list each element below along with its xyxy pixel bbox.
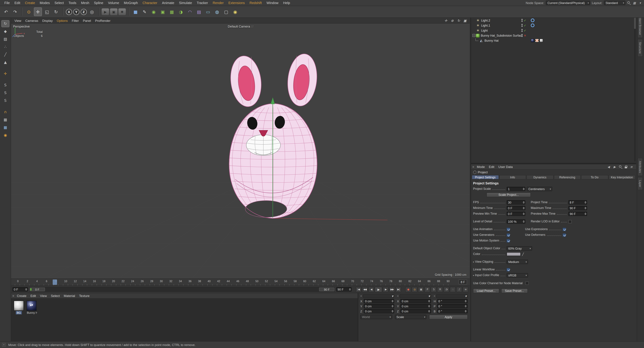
redo-button[interactable]: ↷ — [11, 8, 19, 16]
menu-item[interactable]: Window — [264, 1, 281, 5]
move-tool[interactable]: ✛ — [34, 8, 42, 16]
rotation-mode-dropdown[interactable]: ▾ — [436, 294, 468, 298]
scrollbar[interactable] — [634, 13, 636, 161]
enabled-check-icon[interactable]: ✓ — [524, 29, 526, 32]
menu-item[interactable]: Select — [52, 1, 66, 5]
panel-grip-icon[interactable]: ≡ — [434, 295, 435, 298]
menu-item[interactable]: Edit — [12, 1, 22, 5]
menu-item[interactable]: Mode — [475, 165, 487, 169]
attribute-tab[interactable]: Info — [499, 175, 526, 179]
material-tag[interactable] — [531, 39, 534, 42]
view-clipping-dropdown[interactable]: Medium▾ — [506, 260, 528, 264]
menu-item[interactable]: Select — [49, 294, 62, 298]
menu-item[interactable]: Panel — [81, 19, 93, 22]
panel-grip-icon[interactable]: ≡ — [12, 294, 14, 297]
add-cube-button[interactable]: ■ — [132, 8, 140, 16]
enable-axis-button[interactable]: ✛ — [1, 70, 10, 77]
size-z-field[interactable]: 0 cm — [400, 309, 431, 313]
menu-item[interactable]: View — [12, 19, 23, 22]
lock-workplane-button[interactable]: ◉ — [1, 132, 10, 139]
autokeying-button[interactable]: ◎ — [412, 287, 417, 292]
range-end-handle[interactable]: 90 F — [319, 287, 334, 291]
disabled-cross-icon[interactable]: ✕ — [524, 34, 526, 37]
enabled-check-icon[interactable]: ✓ — [524, 24, 526, 27]
visibility-toggles[interactable]: ✓ — [521, 19, 526, 22]
visibility-toggles[interactable]: ✕ — [521, 34, 526, 37]
panel-side-tab[interactable]: Layer — [638, 177, 643, 190]
menu-item[interactable]: Texture — [77, 294, 92, 298]
target-tag[interactable] — [531, 24, 534, 27]
object-row-bunny-hat[interactable]: ◭ Bunny Hat — [471, 38, 636, 43]
use-animation-checkbox[interactable] — [506, 228, 510, 231]
polygon-mode-button[interactable]: ▲ — [1, 59, 10, 66]
menu-item[interactable]: Options — [55, 19, 70, 22]
bunny-hat-model[interactable] — [11, 24, 470, 278]
z-axis-lock[interactable]: Z — [80, 9, 87, 15]
back-icon[interactable]: ◀ — [606, 165, 610, 168]
position-y-field[interactable]: 0 cm — [364, 304, 394, 308]
object-row-light1[interactable]: ☀ Light.1 ✓ — [471, 23, 636, 28]
menu-item[interactable]: Edit — [28, 294, 38, 298]
menu-item[interactable]: Cameras — [23, 19, 40, 22]
viewport-solo-hierarchy-button[interactable]: S — [1, 97, 10, 104]
y-axis-lock[interactable]: Y — [73, 9, 80, 15]
material-list[interactable]: BG Bunny H — [11, 299, 358, 341]
target-tag[interactable] — [531, 19, 534, 22]
pan-view-icon[interactable]: ✛ — [444, 19, 448, 22]
camera-label[interactable]: Default Camera∷ — [11, 25, 470, 28]
position-z-field[interactable]: 0 cm — [364, 309, 394, 313]
attribute-tab[interactable]: Referencing — [554, 175, 581, 179]
edge-mode-button[interactable]: ╱ — [1, 51, 10, 58]
next-frame-button[interactable]: ▶ — [383, 287, 388, 292]
floor-button[interactable]: ▭ — [204, 8, 212, 16]
scale-project-button[interactable]: Scale Project... — [486, 192, 531, 197]
boole-button[interactable]: ◑ — [177, 8, 185, 16]
light-button[interactable]: ◉ — [231, 8, 239, 16]
attribute-tab[interactable]: Project Settings — [472, 175, 499, 179]
use-motion-system-checkbox[interactable] — [506, 239, 510, 242]
prev-key-button[interactable]: ◀◀ — [362, 287, 368, 292]
object-row-light[interactable]: ☀ Light ✓ — [471, 28, 636, 33]
layout-dropdown[interactable]: Standard▾ — [604, 1, 626, 5]
toggle-parameter-button[interactable]: ◔ — [444, 287, 449, 292]
edit-render-settings-button[interactable]: ✱ — [118, 9, 126, 15]
phong-tag[interactable] — [540, 39, 543, 42]
playback-preferences-button[interactable]: ≡ — [463, 287, 468, 292]
scale-mode-dropdown[interactable]: Scale▾ — [395, 315, 426, 319]
menu-item[interactable]: View — [38, 294, 49, 298]
panel-side-tab[interactable]: Attributes — [638, 158, 643, 176]
make-editable-button[interactable]: ↻ — [1, 20, 10, 27]
collapse-icon[interactable]: − — [472, 34, 476, 37]
lock-icon[interactable] — [624, 165, 628, 169]
size-mode-dropdown[interactable]: ▾ — [400, 294, 431, 298]
viewport-solo-single-button[interactable]: S — [1, 89, 10, 96]
maximize-view-icon[interactable]: ▣ — [463, 19, 467, 22]
panel-grip-icon[interactable]: ≡ — [360, 295, 362, 298]
uvw-tag[interactable] — [535, 39, 539, 42]
render-picture-viewer-button[interactable]: ▣ — [110, 9, 118, 15]
save-preset-button[interactable]: Save Preset... — [501, 289, 528, 293]
menu-item[interactable]: Filter — [70, 19, 81, 22]
material-bg[interactable]: BG — [13, 301, 24, 314]
object-row-subdivision-surface[interactable]: − Bunny Hat_Subdivision Surface ✕ — [471, 33, 636, 38]
visibility-toggles[interactable]: ✓ — [521, 24, 526, 27]
menu-item[interactable]: Animate — [160, 1, 177, 5]
menu-item[interactable]: Extensions — [226, 1, 247, 5]
search-icon[interactable] — [619, 165, 622, 169]
menu-item[interactable]: Help — [281, 1, 292, 5]
texture-mode-button[interactable]: ▨ — [1, 36, 10, 43]
load-preset-button[interactable]: Load Preset... — [473, 289, 499, 293]
menu-item[interactable]: Create — [23, 1, 38, 5]
menu-item[interactable]: Character — [140, 1, 160, 5]
preview-min-field[interactable]: 0 F — [506, 212, 526, 216]
color-picker-icon[interactable]: ╱ — [522, 252, 524, 256]
position-x-field[interactable]: 0 cm — [364, 299, 394, 303]
menu-item[interactable]: User Data — [496, 165, 515, 169]
zoom-view-icon[interactable]: ⊕ — [450, 19, 454, 22]
visibility-toggles[interactable]: ✓ — [521, 29, 526, 32]
material-bunny-hat[interactable]: Bunny H — [26, 301, 37, 314]
linear-workflow-checkbox[interactable] — [506, 268, 510, 271]
rotation-p-field[interactable]: 0 ° — [437, 304, 468, 308]
menu-item[interactable]: ProRender — [93, 19, 112, 22]
keyframe-selection-button[interactable]: ▣ — [418, 287, 424, 292]
